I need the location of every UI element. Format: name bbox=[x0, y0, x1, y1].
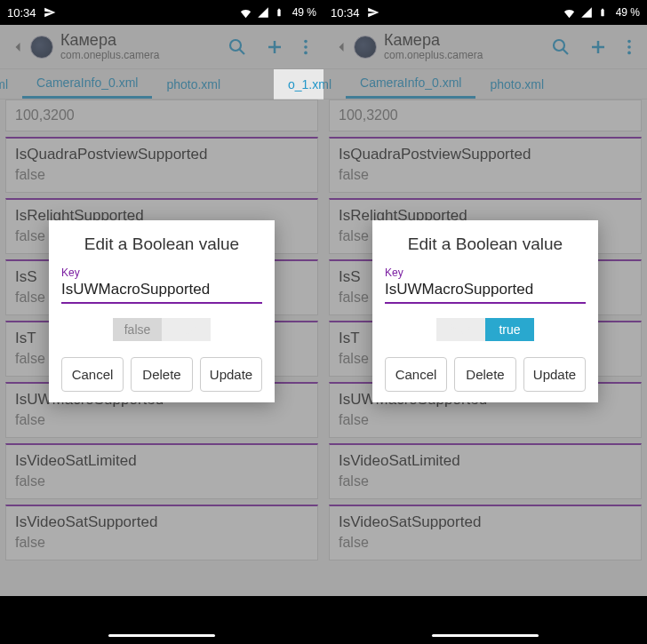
status-bar: 10:34 49 % bbox=[0, 0, 324, 25]
status-time: 10:34 bbox=[331, 6, 360, 20]
toggle-false[interactable]: false bbox=[113, 318, 162, 341]
toggle-false[interactable]: false bbox=[436, 318, 485, 341]
nav-bar bbox=[0, 596, 324, 644]
key-input[interactable]: IsUWMacroSupported bbox=[61, 281, 262, 304]
boolean-toggle[interactable]: false true bbox=[436, 318, 534, 341]
cancel-button[interactable]: Cancel bbox=[385, 357, 447, 392]
field-label: Key bbox=[385, 266, 586, 279]
wifi-icon bbox=[239, 6, 252, 19]
wifi-icon bbox=[563, 6, 575, 19]
update-button[interactable]: Update bbox=[523, 357, 586, 392]
cancel-button[interactable]: Cancel bbox=[61, 357, 124, 392]
send-icon bbox=[367, 6, 379, 19]
nav-pill[interactable] bbox=[432, 634, 539, 637]
key-input[interactable]: IsUWMacroSupported bbox=[385, 281, 586, 304]
dialog-title: Edit a Boolean value bbox=[385, 235, 586, 254]
signal-icon bbox=[257, 6, 269, 19]
status-bar: 10:34 49 % bbox=[324, 0, 647, 25]
toggle-true[interactable]: true bbox=[485, 318, 534, 341]
battery-icon bbox=[275, 6, 287, 19]
field-label: Key bbox=[61, 266, 262, 279]
phone-screen-right: 10:34 49 % Камера com.oneplus.camera bbox=[324, 0, 647, 644]
boolean-toggle[interactable]: false true bbox=[113, 318, 211, 341]
status-battery: 49 % bbox=[292, 6, 316, 19]
update-button[interactable]: Update bbox=[200, 357, 262, 392]
toggle-true[interactable]: true bbox=[162, 318, 211, 341]
dialog-title: Edit a Boolean value bbox=[61, 235, 262, 254]
edit-boolean-dialog: Edit a Boolean value Key IsUWMacroSuppor… bbox=[49, 220, 275, 402]
delete-button[interactable]: Delete bbox=[454, 357, 516, 392]
nav-bar bbox=[324, 596, 647, 644]
status-time: 10:34 bbox=[7, 6, 36, 20]
delete-button[interactable]: Delete bbox=[131, 357, 193, 392]
send-icon bbox=[44, 6, 56, 19]
signal-icon bbox=[580, 6, 593, 19]
nav-pill[interactable] bbox=[108, 634, 215, 637]
status-battery: 49 % bbox=[616, 6, 640, 19]
battery-icon bbox=[598, 6, 611, 19]
edit-boolean-dialog: Edit a Boolean value Key IsUWMacroSuppor… bbox=[372, 220, 598, 402]
